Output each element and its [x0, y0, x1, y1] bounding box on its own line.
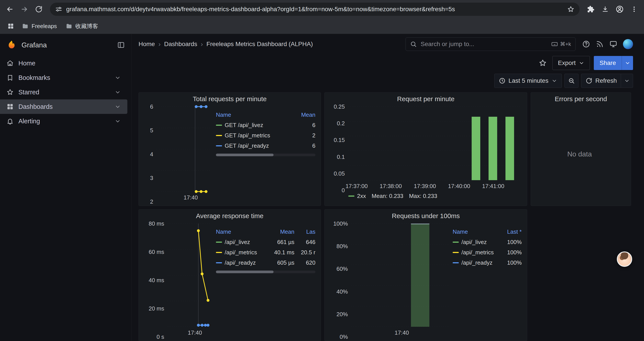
url-text[interactable]: grafana.mathmast.com/d/deytv4rwavabkb/fr…	[66, 6, 455, 13]
chevron-down-icon[interactable]	[115, 89, 121, 95]
export-button[interactable]: Export	[552, 56, 590, 70]
apps-grid-icon[interactable]	[5, 20, 17, 32]
chevron-down-icon	[579, 60, 584, 66]
plot[interactable]	[351, 224, 448, 327]
panel-header[interactable]: Request per minute	[325, 93, 527, 105]
chevron-down-icon	[625, 60, 630, 66]
panel-header[interactable]: Errors per second	[531, 93, 631, 105]
profile-icon[interactable]	[613, 3, 626, 16]
search-icon	[410, 41, 417, 47]
site-settings-icon[interactable]	[55, 6, 62, 13]
grafana-logo-icon[interactable]	[6, 40, 17, 50]
main-content: Home › Dashboards › Freeleaps Metrics Da…	[132, 34, 644, 341]
bookmark-folder-blogs[interactable]: 收藏博客	[62, 20, 102, 32]
legend-row[interactable]: /api/_metrics 100%	[453, 247, 522, 258]
user-avatar[interactable]	[623, 39, 633, 49]
breadcrumb: Home › Dashboards › Freeleaps Metrics Da…	[138, 40, 313, 48]
sidebar: Grafana Home Bookmarks Starred	[0, 34, 132, 341]
monitor-icon[interactable]	[609, 40, 617, 48]
series-swatch	[216, 242, 222, 243]
legend-row[interactable]: /api/_livez 661 µs 646	[216, 237, 316, 247]
refresh-dashboard-button[interactable]: Refresh	[581, 74, 633, 88]
y-axis: 6 5 4 3 2	[142, 107, 157, 202]
breadcrumb-home[interactable]: Home	[138, 41, 155, 48]
series-swatch	[216, 262, 222, 263]
plot[interactable]	[157, 107, 212, 192]
plot[interactable]	[348, 107, 521, 180]
legend: Name Mean Las /api/_livez 661 µs 646 /ap…	[212, 227, 316, 337]
series-swatch	[348, 195, 354, 197]
share-button-group: Share	[594, 56, 633, 70]
folder-icon	[22, 23, 28, 30]
chevron-down-icon	[552, 78, 557, 84]
share-button[interactable]: Share	[594, 56, 622, 70]
plot[interactable]	[168, 224, 212, 327]
x-axis: 17:40	[157, 192, 212, 202]
legend-scrollbar[interactable]	[216, 270, 316, 273]
sidebar-item-bookmarks[interactable]: Bookmarks	[0, 71, 127, 85]
legend-row[interactable]: /api/_readyz 100%	[453, 258, 522, 268]
y-axis: 100% 80% 60% 40% 20% 0%	[327, 224, 351, 337]
legend-row[interactable]: /api/_metrics 40.1 ms 20.5 r	[216, 247, 316, 258]
legend-row[interactable]: /api/_livez 100%	[453, 237, 522, 247]
assistant-avatar[interactable]	[617, 251, 632, 267]
scrollbar-thumb[interactable]	[216, 270, 274, 273]
legend-header[interactable]: Name Last *	[453, 227, 522, 237]
series-swatch	[453, 252, 459, 253]
y-axis: 80 ms 60 ms 40 ms 20 ms 0 s	[142, 224, 168, 337]
legend-row[interactable]: /api/_readyz 605 µs 620	[216, 258, 316, 268]
home-icon	[6, 60, 14, 67]
refresh-button[interactable]	[32, 3, 45, 16]
legend-row[interactable]: GET /api/_livez 6	[216, 120, 316, 130]
chevron-down-icon[interactable]	[115, 104, 121, 110]
sidebar-item-home[interactable]: Home	[0, 56, 127, 71]
legend-header[interactable]: Name Mean	[216, 110, 316, 120]
extensions-icon[interactable]	[584, 3, 597, 16]
time-range-picker[interactable]: Last 5 minutes	[494, 74, 562, 88]
chevron-down-icon[interactable]	[115, 118, 121, 124]
news-rss-icon[interactable]	[596, 40, 604, 48]
legend-header[interactable]: Name Mean Las	[216, 227, 316, 237]
panel-header[interactable]: Total requests per minute	[139, 93, 321, 105]
share-menu-button[interactable]	[622, 56, 633, 70]
browser-menu-icon[interactable]	[628, 3, 640, 16]
time-controls-row: Last 5 minutes Refresh	[138, 72, 633, 90]
sidebar-collapse-icon[interactable]	[117, 41, 125, 49]
downloads-icon[interactable]	[599, 3, 612, 16]
sidebar-item-starred[interactable]: Starred	[0, 85, 127, 99]
bookmark-folder-freeleaps[interactable]: Freeleaps	[18, 21, 60, 32]
back-button[interactable]	[4, 3, 16, 16]
legend-item[interactable]: 2xx	[348, 193, 366, 199]
bell-icon	[6, 118, 14, 125]
sidebar-item-label: Home	[18, 60, 35, 67]
scrollbar-thumb[interactable]	[216, 154, 274, 156]
bookmark-star-icon[interactable]	[567, 6, 574, 13]
dashboard-grid: Total requests per minute 6 5 4 3 2	[138, 92, 633, 341]
forward-button[interactable]	[18, 3, 31, 16]
sidebar-header: Grafana	[0, 34, 131, 56]
x-axis: 17:40	[168, 327, 212, 337]
legend-row[interactable]: GET /api/_metrics 2	[216, 130, 316, 141]
x-axis: 17:37:00 17:38:00 17:39:00 17:40:00 17:4…	[348, 180, 521, 190]
chevron-down-icon[interactable]	[115, 75, 121, 81]
breadcrumb-dashboards[interactable]: Dashboards	[164, 41, 197, 48]
help-icon[interactable]	[582, 40, 590, 48]
dashboard-search[interactable]: ⌘+k	[406, 37, 576, 51]
grafana-brand[interactable]: Grafana	[22, 41, 112, 49]
panel-header[interactable]: Average response time	[139, 210, 321, 222]
series-swatch	[216, 252, 222, 253]
sidebar-item-alerting[interactable]: Alerting	[0, 114, 127, 128]
panel-header[interactable]: Requests under 100ms	[325, 210, 527, 222]
chevron-down-icon	[624, 78, 630, 84]
sidebar-item-dashboards[interactable]: Dashboards	[0, 99, 127, 114]
legend-row[interactable]: GET /api/_readyz 6	[216, 141, 316, 151]
search-input[interactable]	[420, 40, 548, 48]
panel-title: Total requests per minute	[193, 95, 267, 103]
y-axis: 0.25 0.2 0.15 0.1 0.05 0	[327, 107, 348, 190]
zoom-out-button[interactable]	[564, 74, 578, 88]
refresh-interval-button[interactable]	[621, 74, 633, 88]
legend-scrollbar[interactable]	[216, 154, 316, 156]
panel-title: Average response time	[196, 212, 264, 220]
favorite-star-icon[interactable]	[539, 59, 547, 67]
url-bar[interactable]: grafana.mathmast.com/d/deytv4rwavabkb/fr…	[50, 3, 580, 16]
